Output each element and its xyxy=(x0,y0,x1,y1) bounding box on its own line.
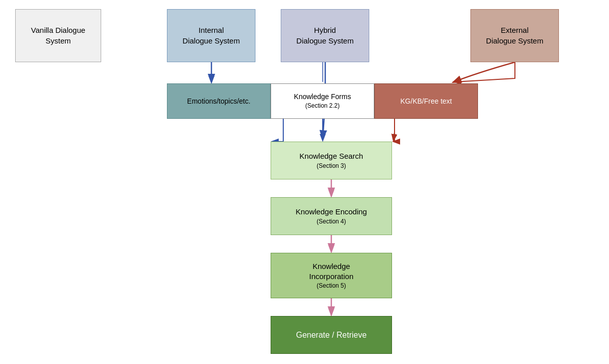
knowledge-forms-box: Knowledge Forms (Section 2.2) xyxy=(271,83,374,119)
knowledge-search-box: Knowledge Search (Section 3) xyxy=(271,142,392,179)
vanilla-label: Vanilla Dialogue System xyxy=(22,25,95,46)
knowledge-encoding-sub: (Section 4) xyxy=(296,217,367,225)
knowledge-encoding-label: Knowledge Encoding xyxy=(296,207,367,217)
kg-kb-box: KG/KB/Free text xyxy=(374,83,478,119)
kg-kb-label: KG/KB/Free text xyxy=(401,97,452,106)
vanilla-dialogue-system-box: Vanilla Dialogue System xyxy=(15,9,101,62)
internal-dialogue-system-box: InternalDialogue System xyxy=(167,9,255,62)
hybrid-dialogue-system-box: HybridDialogue System xyxy=(281,9,369,62)
knowledge-incorporation-sub: (Section 5) xyxy=(309,282,354,290)
knowledge-incorporation-box: KnowledgeIncorporation (Section 5) xyxy=(271,253,392,298)
external-label: ExternalDialogue System xyxy=(486,25,543,46)
external-dialogue-system-box: ExternalDialogue System xyxy=(470,9,559,62)
knowledge-forms-label: Knowledge Forms xyxy=(294,92,351,102)
hybrid-label: HybridDialogue System xyxy=(296,25,354,46)
knowledge-search-sub: (Section 3) xyxy=(299,162,363,170)
internal-label: InternalDialogue System xyxy=(183,25,240,46)
emotions-label: Emotions/topics/etc. xyxy=(187,97,250,106)
emotions-box: Emotions/topics/etc. xyxy=(167,83,271,119)
knowledge-search-label: Knowledge Search xyxy=(299,151,363,161)
knowledge-forms-sub: (Section 2.2) xyxy=(294,102,351,110)
generate-retrieve-label: Generate / Retrieve xyxy=(296,330,367,341)
knowledge-encoding-box: Knowledge Encoding (Section 4) xyxy=(271,197,392,235)
knowledge-incorporation-label: KnowledgeIncorporation xyxy=(309,261,354,282)
diagram-container: Vanilla Dialogue System InternalDialogue… xyxy=(0,0,609,364)
generate-retrieve-box: Generate / Retrieve xyxy=(271,316,392,354)
